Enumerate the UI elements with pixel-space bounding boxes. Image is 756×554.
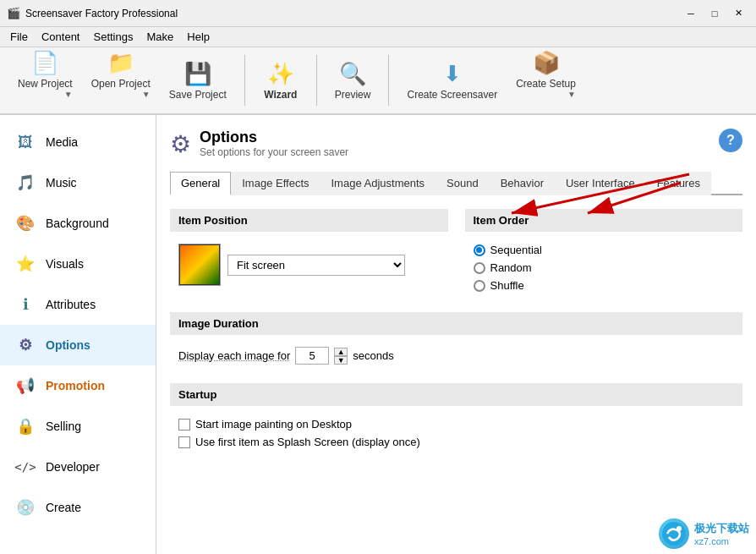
toolbar-group-preview: 🔍 Preview (324, 47, 382, 113)
visuals-icon: ⭐ (14, 252, 37, 276)
sidebar-item-create[interactable]: 💿 Create (0, 487, 156, 528)
radio-random[interactable]: Random (474, 261, 735, 274)
titlebar: 🎬 Screensaver Factory Professional ─ □ ✕ (0, 0, 756, 27)
toolbar-sep-1 (244, 55, 245, 106)
tab-user-interface[interactable]: User Interface (555, 172, 646, 195)
create-screensaver-icon: ⬇ (443, 61, 462, 87)
create-setup-icon: 📦 (533, 50, 560, 76)
sidebar-item-developer[interactable]: </> Developer (0, 447, 156, 487)
content-title: Options (200, 129, 348, 146)
sidebar-item-visuals-label: Visuals (46, 257, 84, 271)
sidebar-item-media[interactable]: 🖼 Media (0, 122, 156, 162)
checkbox-start-painting-box (178, 419, 190, 431)
menu-settings[interactable]: Settings (87, 29, 140, 45)
checkbox-start-painting[interactable]: Start image painting on Desktop (178, 418, 734, 431)
duration-label-before: Display each image for (178, 349, 290, 362)
item-order-section: Item Order Sequential Random (465, 209, 743, 300)
sidebar-item-create-label: Create (46, 501, 81, 514)
toolbar-group-project: 📄 New Project ▼ 📁 Open Project ▼ 💾 Save … (7, 47, 238, 113)
tabs: General Image Effects Image Adjustments … (170, 172, 742, 195)
position-dropdown-row: Fit screen Fill screen Stretch Center Ti… (178, 244, 440, 286)
wizard-button[interactable]: ✨ Wizard (255, 57, 306, 105)
duration-input[interactable] (295, 347, 329, 365)
sidebar-item-options-label: Options (46, 338, 90, 352)
background-icon: 🎨 (14, 211, 37, 235)
tab-image-adjustments[interactable]: Image Adjustments (320, 172, 436, 195)
item-position-section: Item Position Fit screen Fill screen Str… (170, 209, 448, 300)
close-button[interactable]: ✕ (727, 4, 749, 23)
save-project-label: Save Project (169, 89, 227, 101)
window-controls: ─ □ ✕ (680, 4, 749, 23)
preview-label: Preview (335, 89, 371, 101)
new-project-icon: 📄 (31, 50, 58, 76)
media-icon: 🖼 (14, 130, 37, 154)
checkbox-splash-screen[interactable]: Use first item as Splash Screen (display… (178, 436, 734, 448)
tab-general[interactable]: General (170, 172, 231, 195)
radio-sequential[interactable]: Sequential (474, 244, 735, 256)
wizard-icon: ✨ (267, 61, 294, 87)
preview-button[interactable]: 🔍 Preview (327, 57, 379, 105)
minimize-button[interactable]: ─ (680, 4, 702, 23)
menu-help[interactable]: Help (180, 29, 216, 45)
create-setup-label: Create Setup (516, 78, 576, 90)
sidebar-item-developer-label: Developer (46, 460, 100, 474)
item-order-body: Sequential Random Shuffle (465, 240, 743, 300)
radio-shuffle-icon (474, 280, 485, 292)
sidebar-item-attributes[interactable]: ℹ Attributes (0, 284, 156, 325)
startup-section: Startup Start image painting on Desktop … (170, 383, 742, 462)
position-dropdown[interactable]: Fit screen Fill screen Stretch Center Ti… (227, 255, 405, 276)
tab-sound[interactable]: Sound (436, 172, 490, 195)
sidebar-item-selling[interactable]: 🔒 Selling (0, 406, 156, 447)
watermark-url: xz7.com (694, 536, 749, 546)
menu-make[interactable]: Make (140, 29, 180, 45)
sidebar-item-options[interactable]: ⚙ Options (0, 325, 156, 365)
sidebar-item-visuals[interactable]: ⭐ Visuals (0, 244, 156, 284)
new-project-arrow-icon: ▼ (64, 90, 73, 99)
watermark-text: 极光下载站 xz7.com (694, 521, 749, 546)
duration-up-arrow[interactable]: ▲ (334, 348, 348, 356)
checkbox-splash-screen-label: Use first item as Splash Screen (display… (195, 436, 420, 448)
help-button[interactable]: ? (719, 129, 742, 152)
radio-shuffle[interactable]: Shuffle (474, 279, 735, 292)
maximize-button[interactable]: □ (704, 4, 726, 23)
radio-random-label: Random (490, 261, 532, 274)
content-header: ⚙ Options Set options for your screen sa… (170, 129, 742, 158)
sidebar-item-attributes-label: Attributes (46, 298, 96, 311)
tab-image-effects[interactable]: Image Effects (231, 172, 320, 195)
sidebar-item-promotion[interactable]: 📢 Promotion (0, 365, 156, 406)
checkbox-splash-screen-box (178, 436, 190, 448)
duration-down-arrow[interactable]: ▼ (334, 356, 348, 365)
toolbar-group-create: ⬇ Create Screensaver 📦 Create Setup ▼ (396, 47, 586, 113)
content-header-text: Options Set options for your screen save… (200, 129, 348, 158)
new-project-label: New Project (18, 78, 73, 90)
menu-file[interactable]: File (3, 29, 35, 45)
create-screensaver-button[interactable]: ⬇ Create Screensaver (399, 57, 505, 105)
watermark-site-name: 极光下载站 (694, 521, 749, 536)
wizard-label: Wizard (264, 89, 297, 101)
promotion-icon: 📢 (14, 374, 37, 398)
tab-features[interactable]: Features (646, 172, 711, 195)
sidebar-item-music[interactable]: 🎵 Music (0, 162, 156, 203)
content-subtitle: Set options for your screen saver (200, 146, 348, 158)
sidebar-item-media-label: Media (46, 135, 78, 149)
radio-shuffle-label: Shuffle (490, 279, 524, 292)
sidebar-item-background[interactable]: 🎨 Background (0, 203, 156, 244)
content-area: ⚙ Options Set options for your screen sa… (156, 115, 756, 554)
sidebar-item-background-label: Background (46, 217, 109, 230)
image-duration-body: Display each image for ▲ ▼ seconds (170, 343, 742, 373)
watermark-logo-svg (660, 520, 688, 547)
sidebar-item-promotion-label: Promotion (46, 379, 105, 392)
image-duration-header: Image Duration (170, 312, 742, 335)
save-project-button[interactable]: 💾 Save Project (162, 57, 234, 105)
create-setup-button[interactable]: 📦 Create Setup ▼ (508, 46, 583, 115)
radio-random-icon (474, 262, 485, 274)
thumbnail-preview (180, 245, 219, 284)
open-project-button[interactable]: 📁 Open Project ▼ (84, 46, 158, 115)
watermark: 极光下载站 xz7.com (659, 518, 749, 549)
toolbar-sep-2 (316, 55, 317, 106)
startup-body: Start image painting on Desktop Use firs… (170, 414, 742, 462)
options-header-icon: ⚙ (170, 130, 191, 158)
new-project-button[interactable]: 📄 New Project ▼ (10, 46, 80, 115)
menu-content[interactable]: Content (35, 29, 87, 45)
tab-behavior[interactable]: Behavior (490, 172, 555, 195)
